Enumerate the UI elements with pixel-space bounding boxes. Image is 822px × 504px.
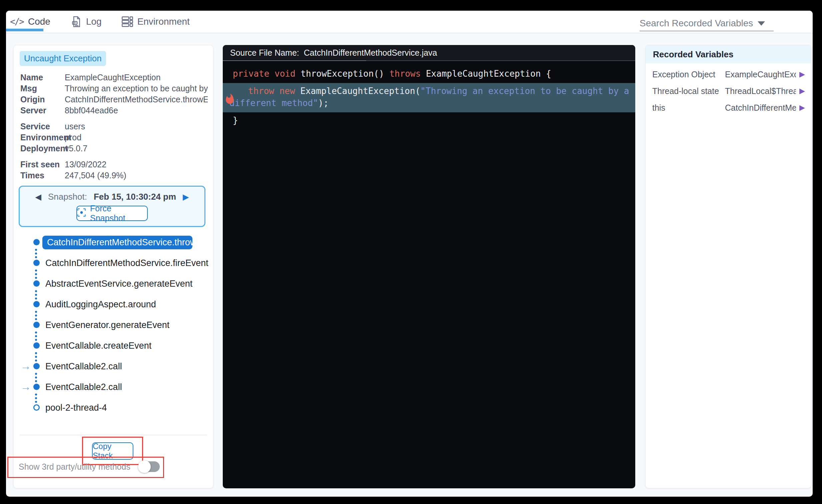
- recorded-variables-panel: Recorded Variables Exception Object Exam…: [645, 45, 811, 488]
- exception-fire-icon[interactable]: [225, 93, 235, 107]
- frame-dot-icon: [33, 342, 40, 349]
- snapshot-label: Snapshot:: [48, 192, 87, 202]
- divider: [20, 435, 207, 435]
- snapshot-focus-icon: [77, 208, 86, 219]
- thread-dot-icon: [33, 404, 40, 411]
- field-name: Name ExampleCaughtException: [20, 72, 208, 83]
- tab-code-label: Code: [28, 16, 50, 27]
- search-placeholder: Search Recorded Variables: [640, 18, 753, 29]
- code-viewer-panel: Source File Name: CatchInDifferentMethod…: [223, 45, 635, 488]
- tab-log[interactable]: Log: [72, 11, 102, 33]
- stack-frame[interactable]: → EventCallable2.call: [14, 356, 213, 377]
- highlighted-code-line: throw new ExampleCaughtException("Throwi…: [223, 83, 635, 112]
- variable-row[interactable]: Exception Object ExampleCaughtExcept... …: [646, 66, 811, 83]
- snapshot-datetime: Feb 15, 10:30:24 pm: [94, 192, 176, 202]
- frame-dot-icon: [33, 280, 40, 287]
- stack-frame-thread[interactable]: pool-2-thread-4: [14, 397, 213, 418]
- code-line: private void throwException() throws Exa…: [223, 67, 635, 80]
- show-third-party-toggle[interactable]: [139, 461, 160, 472]
- thread-switch-arrow-icon: →: [20, 360, 31, 372]
- stack-frame[interactable]: CatchInDifferentMethodService.fireEvent: [14, 253, 213, 273]
- stack-frame[interactable]: AuditLoggingAspect.around: [14, 294, 213, 315]
- snapshot-next-icon[interactable]: ▶: [183, 192, 189, 202]
- field-environment: Environment prod: [20, 132, 208, 143]
- stack-frame[interactable]: EventCallable.createEvent: [14, 335, 213, 356]
- field-deployment: Deployment v5.0.7: [20, 143, 208, 154]
- top-tab-bar: </> Code Log Environment Search Recorded…: [6, 11, 813, 33]
- snapshot-prev-icon[interactable]: ◀: [35, 192, 41, 202]
- field-first-seen: First seen 13/09/2022: [20, 159, 208, 170]
- chevron-down-icon: [758, 21, 765, 26]
- third-party-toggle-label: Show 3rd party/utility methods: [19, 462, 130, 472]
- frame-dot-icon: [33, 363, 40, 369]
- field-server: Server 8bbf044ead6e: [20, 105, 208, 116]
- code-body: private void throwException() throws Exa…: [223, 61, 635, 127]
- snapshot-box: ◀ Snapshot: Feb 15, 10:30:24 pm ▶ Force …: [19, 186, 206, 227]
- exception-fields: Name ExampleCaughtException Msg Throwing…: [20, 72, 208, 181]
- stack-frame[interactable]: AbstractEventService.generateEvent: [14, 273, 213, 294]
- app-window: </> Code Log Environment Search Recorded…: [6, 11, 813, 497]
- log-document-icon: [72, 16, 82, 27]
- frame-dot-icon: [33, 239, 40, 245]
- environment-server-icon: [122, 16, 133, 27]
- stack-frame[interactable]: CatchInDifferentMethodService.throwEx...: [14, 232, 213, 253]
- stack-trace-list: CatchInDifferentMethodService.throwEx...…: [14, 232, 213, 418]
- toggle-knob: [138, 460, 151, 473]
- third-party-toggle-row: Show 3rd party/utility methods: [19, 461, 160, 472]
- frame-dot-icon: [33, 260, 40, 266]
- search-recorded-variables-dropdown[interactable]: Search Recorded Variables: [640, 16, 774, 31]
- exception-details-panel: Uncaught Exception Name ExampleCaughtExc…: [13, 45, 214, 488]
- tab-environment-label: Environment: [137, 16, 190, 27]
- field-service: Service users: [20, 121, 208, 132]
- force-snapshot-label: Force Snapshot: [90, 204, 147, 223]
- tab-log-label: Log: [86, 16, 102, 27]
- stack-frame[interactable]: → EventCallable2.call: [14, 377, 213, 397]
- field-times: Times 247,504 (49.9%): [20, 170, 208, 181]
- uncaught-exception-badge: Uncaught Exception: [20, 51, 106, 66]
- code-brackets-icon: </>: [10, 17, 24, 27]
- active-tab-underline: [6, 29, 43, 31]
- field-origin: Origin CatchInDifferentMethodService.thr…: [20, 94, 208, 105]
- force-snapshot-button[interactable]: Force Snapshot: [76, 206, 148, 221]
- source-file-name: CatchInDifferentMethodService.java: [304, 48, 437, 58]
- recorded-variables-rows: Exception Object ExampleCaughtExcept... …: [646, 66, 811, 116]
- expand-arrow-icon[interactable]: ▶: [799, 70, 805, 79]
- expand-arrow-icon[interactable]: ▶: [799, 103, 805, 112]
- source-file-label: Source File Name:: [230, 48, 299, 58]
- recorded-variables-title: Recorded Variables: [646, 45, 811, 63]
- source-file-header: Source File Name: CatchInDifferentMethod…: [223, 45, 635, 61]
- frame-dot-icon: [33, 384, 40, 390]
- frame-dot-icon: [33, 301, 40, 307]
- tab-environment[interactable]: Environment: [122, 11, 190, 33]
- expand-arrow-icon[interactable]: ▶: [799, 87, 805, 95]
- stack-frame[interactable]: EventGenerator.generateEvent: [14, 315, 213, 335]
- thread-switch-arrow-icon: →: [20, 381, 31, 393]
- code-line: }: [223, 114, 635, 127]
- code-line: throw new ExampleCaughtException("Throwi…: [230, 85, 634, 109]
- frame-dot-icon: [33, 322, 40, 328]
- field-msg: Msg Throwing an exception to be caught b…: [20, 83, 208, 94]
- variable-row[interactable]: this CatchInDifferentMetho... ▶: [646, 99, 811, 116]
- variable-row[interactable]: Thread-local state ThreadLocal$ThreadL..…: [646, 83, 811, 99]
